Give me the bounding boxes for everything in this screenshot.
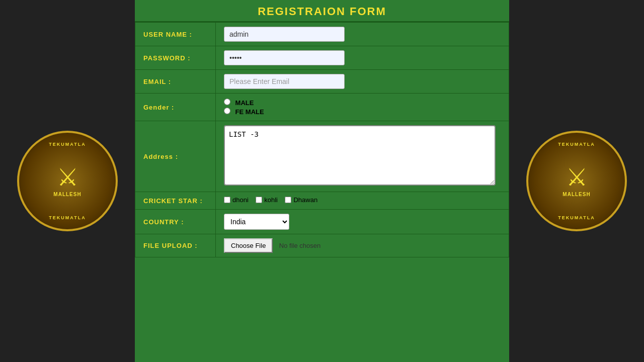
address-row: Address : LIST -3 [135, 121, 509, 192]
password-row: PASSWORD : [135, 46, 509, 70]
country-select[interactable]: India USA UK Australia [224, 214, 289, 230]
right-emblem-m: MALLESH [562, 192, 590, 197]
username-input[interactable] [224, 27, 345, 42]
gender-female-label[interactable]: FE MALE [224, 108, 501, 116]
gender-male-label[interactable]: MALE [224, 99, 501, 107]
no-file-text: No file chosen [279, 242, 320, 249]
password-input[interactable] [224, 50, 345, 65]
email-input[interactable] [224, 74, 345, 89]
main-wrapper: REGISTRAION FORM PHP USER NAME : PASSWOR… [135, 0, 509, 362]
emblem-icon: ⚔ [53, 165, 81, 190]
right-side-panel: TEKUMATLA ⚔ MALLESH TEKUMATLA [509, 0, 644, 362]
password-cell [216, 46, 509, 70]
password-label: PASSWORD : [135, 46, 216, 70]
right-emblem-text-top: TEKUMATLA [558, 142, 595, 147]
gender-row: Gender : MALE FE MALE [135, 94, 509, 121]
emblem-circle: TEKUMATLA ⚔ MALLESH TEKUMATLA [17, 131, 118, 231]
right-emblem-circle: TEKUMATLA ⚔ MALLESH TEKUMATLA [526, 131, 627, 231]
right-emblem-icon: ⚔ [562, 165, 590, 190]
gender-female-radio[interactable] [224, 108, 230, 114]
cricket-dhoni-checkbox[interactable] [224, 197, 230, 203]
right-emblem: TEKUMATLA ⚔ MALLESH TEKUMATLA [521, 126, 632, 236]
cricket-label: CRICKET STAR : [135, 192, 216, 210]
gender-label: Gender : [135, 94, 216, 121]
emblem-text-bottom: TEKUMATLA [49, 215, 86, 220]
country-cell: India USA UK Australia [216, 210, 509, 234]
choose-file-button[interactable]: Choose File [224, 238, 273, 253]
cricket-kohli-checkbox[interactable] [256, 197, 262, 203]
left-side-panel: TEKUMATLA ⚔ MALLESH TEKUMATLA [0, 0, 135, 362]
file-upload-label: FILE UPLOAD : [135, 234, 216, 257]
country-row: COUNTRY : India USA UK Australia [135, 210, 509, 234]
email-label: EMAIL : [135, 70, 216, 94]
address-cell: LIST -3 [216, 121, 509, 192]
file-upload-cell: Choose File No file chosen [216, 234, 509, 257]
file-upload-row: FILE UPLOAD : Choose File No file chosen [135, 234, 509, 257]
cricket-dhawan-checkbox[interactable] [285, 197, 291, 203]
gender-cell: MALE FE MALE [216, 94, 509, 121]
gender-male-radio[interactable] [224, 99, 230, 105]
address-textarea[interactable]: LIST -3 [224, 125, 496, 186]
main-content: REGISTRAION FORM PHP USER NAME : PASSWOR… [135, 0, 509, 362]
emblem-m-left: MALLESH [53, 192, 81, 197]
username-label: USER NAME : [135, 23, 216, 46]
username-row: USER NAME : [135, 23, 509, 46]
cricket-kohli-label[interactable]: kohli [256, 196, 278, 204]
username-cell [216, 23, 509, 46]
cricket-dhoni-label[interactable]: dhoni [224, 196, 249, 204]
cricket-row: CRICKET STAR : dhoni kohli Dhawan [135, 192, 509, 210]
email-cell [216, 70, 509, 94]
form-title: REGISTRAION FORM [135, 0, 509, 22]
registration-form: USER NAME : PASSWORD : EMAIL : [135, 22, 509, 257]
right-emblem-text-bottom: TEKUMATLA [558, 215, 595, 220]
cricket-dhawan-label[interactable]: Dhawan [285, 196, 317, 204]
address-label: Address : [135, 121, 216, 192]
left-emblem: TEKUMATLA ⚔ MALLESH TEKUMATLA [12, 126, 123, 236]
emblem-text-top: TEKUMATLA [49, 142, 86, 147]
cricket-cell: dhoni kohli Dhawan [216, 192, 509, 210]
email-row: EMAIL : [135, 70, 509, 94]
country-label: COUNTRY : [135, 210, 216, 234]
